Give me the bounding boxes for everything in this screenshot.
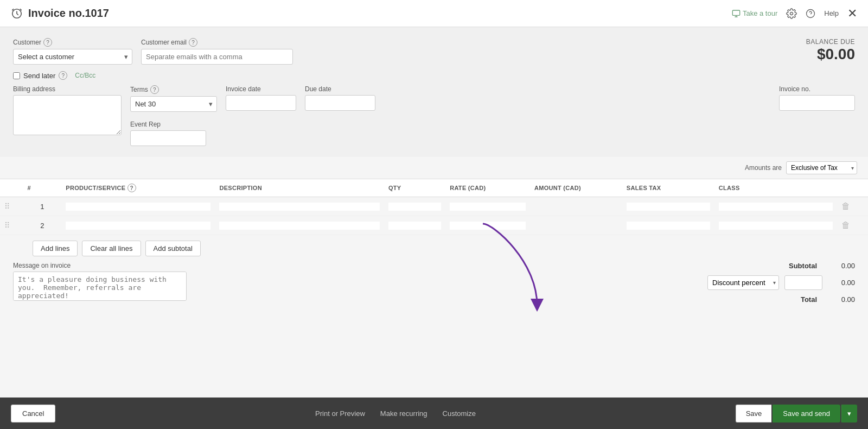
customer-label: Customer ? — [13, 38, 132, 47]
cancel-button[interactable]: Cancel — [11, 405, 55, 422]
customer-help-icon[interactable]: ? — [43, 38, 52, 47]
tax-cell-2[interactable] — [622, 216, 714, 235]
line-actions: Add lines Clear all lines Add subtotal — [0, 235, 868, 262]
message-label: Message on invoice — [13, 262, 187, 269]
help-button[interactable] — [806, 9, 815, 18]
delete-row-1-icon[interactable]: 🗑 — [841, 201, 850, 211]
tax-cell-1[interactable] — [622, 197, 714, 216]
amounts-are-label: Amounts are — [745, 164, 782, 172]
send-later-checkbox[interactable] — [13, 72, 20, 79]
invoice-date-input[interactable]: 04/09/2020 — [226, 95, 296, 111]
drag-dots-icon: ⠿ — [4, 202, 10, 211]
svg-rect-1 — [732, 10, 739, 15]
footer-center: Print or Preview Make recurring Customiz… — [315, 409, 476, 418]
amounts-row: Amounts are Exclusive of Tax Inclusive o… — [0, 157, 868, 179]
event-rep-label: Event Rep — [130, 121, 217, 128]
invoice-no-label: Invoice no. — [779, 85, 855, 93]
save-button[interactable]: Save — [736, 405, 772, 422]
discount-input[interactable] — [784, 275, 822, 290]
billing-group: Billing address — [13, 85, 122, 135]
invoice-no-group: Invoice no. 1017 — [779, 85, 855, 111]
customer-select[interactable]: Select a customer — [13, 49, 132, 65]
balance-due-amount: $0.00 — [806, 46, 855, 63]
email-help-icon[interactable]: ? — [189, 38, 197, 47]
discount-select[interactable]: Discount percent Discount value — [707, 275, 779, 290]
product-cell-2[interactable] — [61, 216, 215, 235]
th-class: CLASS — [714, 179, 838, 197]
class-input-2[interactable] — [719, 222, 833, 230]
class-cell-1[interactable] — [714, 197, 838, 216]
qty-cell-1[interactable] — [384, 197, 445, 216]
top-form-row: Customer ? Select a customer ▾ Customer … — [13, 38, 855, 65]
product-cell-1[interactable] — [61, 197, 215, 216]
send-later-help-icon[interactable]: ? — [59, 71, 67, 80]
save-and-send-dropdown-button[interactable]: ▾ — [841, 405, 857, 422]
due-date-input[interactable]: 04/10/2020 — [305, 95, 375, 111]
th-drag — [0, 179, 23, 197]
product-input-1[interactable] — [66, 203, 210, 211]
help-circle-icon — [806, 9, 815, 18]
drag-handle-1[interactable]: ⠿ — [0, 197, 23, 216]
discount-row: Discount percent Discount value ▾ 0.00 — [649, 275, 855, 290]
take-tour-link[interactable]: Take a tour — [732, 9, 777, 18]
rate-input-1[interactable] — [450, 203, 526, 211]
totals-section: Subtotal 0.00 Discount percent Discount … — [649, 262, 855, 304]
second-form-row: Billing address Terms ? Net 30 Net 15 Du… — [13, 85, 855, 146]
th-delete — [837, 179, 868, 197]
qty-input-1[interactable] — [388, 203, 441, 211]
tax-input-2[interactable] — [627, 222, 710, 230]
message-textarea[interactable] — [13, 272, 187, 301]
terms-label: Terms ? — [130, 85, 217, 94]
qty-input-2[interactable] — [388, 222, 441, 230]
subtotal-value: 0.00 — [828, 262, 855, 270]
desc-cell-1[interactable] — [215, 197, 384, 216]
rate-input-2[interactable] — [450, 222, 526, 230]
add-subtotal-button[interactable]: Add subtotal — [145, 241, 201, 256]
due-date-label: Due date — [305, 85, 375, 93]
drag-dots-icon: ⠿ — [4, 221, 10, 230]
terms-select[interactable]: Net 30 Net 15 Due on receipt Net 60 — [130, 96, 217, 112]
desc-input-1[interactable] — [219, 203, 380, 211]
cc-bcc-link[interactable]: Cc/Bcc — [75, 72, 95, 79]
save-and-send-button[interactable]: Save and send — [773, 405, 840, 422]
product-input-2[interactable] — [66, 222, 210, 230]
billing-label: Billing address — [13, 85, 122, 93]
event-rep-input[interactable] — [130, 130, 206, 146]
desc-cell-2[interactable] — [215, 216, 384, 235]
amount-cell-2 — [530, 216, 622, 235]
th-desc: DESCRIPTION — [215, 179, 384, 197]
product-help-icon[interactable]: ? — [127, 184, 136, 192]
th-amount: AMOUNT (CAD) — [530, 179, 622, 197]
delete-cell-1[interactable]: 🗑 — [837, 197, 868, 216]
email-input[interactable] — [141, 49, 293, 65]
event-rep-group: Event Rep — [130, 121, 217, 146]
delete-row-2-icon[interactable]: 🗑 — [841, 220, 850, 230]
svg-point-2 — [790, 12, 793, 15]
top-header: Invoice no.1017 Take a tour Help ✕ — [0, 0, 868, 27]
subtotal-row: Subtotal 0.00 — [649, 262, 855, 270]
class-cell-2[interactable] — [714, 216, 838, 235]
drag-handle-2[interactable]: ⠿ — [0, 216, 23, 235]
make-recurring-link[interactable]: Make recurring — [380, 409, 427, 418]
customize-link[interactable]: Customize — [443, 409, 476, 418]
close-button[interactable]: ✕ — [847, 7, 857, 21]
rate-cell-1[interactable] — [445, 197, 530, 216]
desc-input-2[interactable] — [219, 222, 380, 230]
take-tour-label: Take a tour — [743, 9, 777, 17]
rate-cell-2[interactable] — [445, 216, 530, 235]
tax-input-1[interactable] — [627, 203, 710, 211]
terms-help-icon[interactable]: ? — [150, 85, 159, 94]
clear-all-lines-button[interactable]: Clear all lines — [82, 241, 141, 256]
settings-button[interactable] — [786, 8, 797, 19]
invoice-date-label: Invoice date — [226, 85, 296, 93]
terms-group: Terms ? Net 30 Net 15 Due on receipt Net… — [130, 85, 217, 146]
delete-cell-2[interactable]: 🗑 — [837, 216, 868, 235]
print-preview-link[interactable]: Print or Preview — [315, 409, 365, 418]
amounts-select[interactable]: Exclusive of Tax Inclusive of Tax Out of… — [786, 161, 857, 174]
billing-address-input[interactable] — [13, 95, 122, 135]
invoice-no-input[interactable]: 1017 — [779, 95, 855, 111]
row-num-1: 1 — [23, 197, 61, 216]
qty-cell-2[interactable] — [384, 216, 445, 235]
add-lines-button[interactable]: Add lines — [33, 241, 78, 256]
class-input-1[interactable] — [719, 203, 833, 211]
